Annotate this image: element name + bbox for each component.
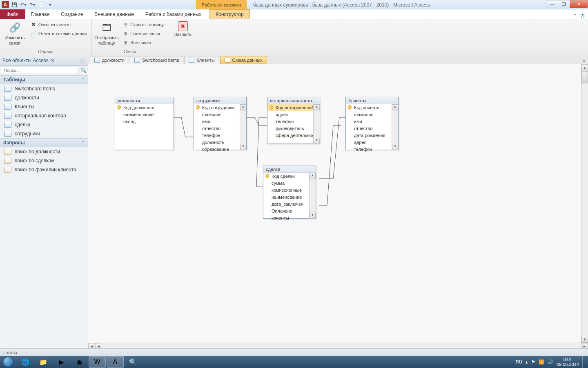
rel-field-pk[interactable]: Код сделки xyxy=(263,173,309,180)
rel-field-pk[interactable]: Код сотрудника xyxy=(194,104,240,111)
access-app-icon[interactable]: A xyxy=(2,1,9,8)
tray-clock[interactable]: 8:01 09.06.2014 xyxy=(557,357,579,367)
nav-query-item[interactable]: поиск по фамилии клиента xyxy=(0,165,88,174)
rel-field[interactable]: адрес xyxy=(267,111,313,118)
scroll-down-icon[interactable]: ▼ xyxy=(310,213,316,219)
nav-table-item[interactable]: сделки xyxy=(0,120,88,129)
rel-field[interactable]: фамилия xyxy=(194,111,240,118)
rel-table-scrollbar[interactable]: ▲▼ xyxy=(309,173,316,219)
doc-tab[interactable]: Switchboard Items xyxy=(130,56,183,64)
scroll-thumb[interactable] xyxy=(240,110,246,144)
taskbar-chrome-icon[interactable]: ◉ xyxy=(71,356,88,368)
minimize-button[interactable]: — xyxy=(546,0,558,8)
rel-field[interactable]: образование xyxy=(194,146,240,153)
tab-home[interactable]: Главная xyxy=(25,9,56,19)
scroll-up-icon[interactable]: ▲ xyxy=(314,104,320,110)
nav-pane-dropdown-icon[interactable]: ⊙ xyxy=(50,58,54,63)
tray-network-icon[interactable]: 📶 xyxy=(539,359,544,365)
all-relationships-button[interactable]: ⊞Все связи xyxy=(120,38,165,47)
rel-field[interactable]: наименование xyxy=(263,194,309,201)
rel-field[interactable]: телефон xyxy=(346,146,392,153)
direct-relationships-button[interactable]: ⊞Прямые связи xyxy=(120,29,165,38)
taskbar-word-icon[interactable]: W xyxy=(89,356,106,368)
rel-field-pk-selected[interactable]: Код нотариальной xyxy=(267,104,313,111)
doc-tab-active[interactable]: Схема данных xyxy=(220,56,267,64)
nav-table-item[interactable]: сотрудники xyxy=(0,129,88,138)
tab-create[interactable]: Создание xyxy=(55,9,89,19)
show-desktop-button[interactable] xyxy=(582,356,586,368)
rel-table-scrollbar[interactable]: ▲▼ xyxy=(313,104,320,144)
help-icon[interactable]: ?⃝ xyxy=(580,13,585,19)
rel-field[interactable]: отчество xyxy=(346,125,392,132)
scroll-thumb[interactable] xyxy=(314,110,320,138)
scroll-thumb[interactable] xyxy=(310,179,316,213)
nav-table-item[interactable]: Switchboard Items xyxy=(0,84,88,93)
nav-table-item[interactable]: нотариальная контора xyxy=(0,111,88,120)
rel-field-pk[interactable]: Код должности xyxy=(115,104,174,111)
nav-group-tables[interactable]: Таблицы⌃ xyxy=(0,75,88,84)
relationships-canvas[interactable]: должности Код должности наименование окл… xyxy=(88,64,588,350)
rel-table-klienty[interactable]: Клиенты Код клиента фамилия имя отчество… xyxy=(345,97,399,150)
nav-table-item[interactable]: Клиенты xyxy=(0,102,88,111)
nav-query-item[interactable]: поиск по должности xyxy=(0,147,88,156)
tab-external-data[interactable]: Внешние данные xyxy=(89,9,140,19)
scroll-down-icon[interactable]: ▼ xyxy=(240,144,246,150)
taskbar-ie-icon[interactable]: 🌐 xyxy=(17,356,34,368)
rel-table-scrollbar[interactable]: ▲▼ xyxy=(392,104,398,150)
rel-field[interactable]: клиенты xyxy=(263,215,309,222)
scroll-thumb[interactable] xyxy=(392,110,398,144)
redo-icon[interactable]: ↷▾ xyxy=(29,1,36,8)
rel-field[interactable]: оклад xyxy=(115,118,174,125)
nav-query-item[interactable]: поиск по сделкам xyxy=(0,156,88,165)
nav-table-item[interactable]: должности xyxy=(0,93,88,102)
tab-design[interactable]: Конструктор xyxy=(209,9,249,19)
rel-table-sotrudniki[interactable]: сотрудники Код сотрудника фамилия имя от… xyxy=(194,97,247,150)
rel-table-notar[interactable]: нотариальная конто... Код нотариальной а… xyxy=(267,97,320,144)
rel-field[interactable]: имя xyxy=(346,118,392,125)
ribbon-collapse-icon[interactable]: ⌃ xyxy=(573,13,577,19)
rel-field[interactable]: комиссионные xyxy=(263,187,309,194)
rel-field[interactable]: дата_заключен xyxy=(263,201,309,208)
scroll-up-icon[interactable]: ▲ xyxy=(240,104,246,110)
taskbar-media-icon[interactable]: ▶ xyxy=(53,356,70,368)
tray-volume-icon[interactable]: 🔊 xyxy=(548,359,553,365)
rel-table-title[interactable]: нотариальная конто... xyxy=(267,97,320,104)
rel-field[interactable]: сфера деятельнос xyxy=(267,132,313,139)
edit-relationships-button[interactable]: 🔗 Изменить связи xyxy=(2,20,27,47)
rel-table-title[interactable]: Клиенты xyxy=(346,97,398,104)
taskbar-access-icon[interactable]: A xyxy=(107,356,124,368)
tray-lang[interactable]: RU xyxy=(516,359,522,364)
hide-table-button[interactable]: ⊟Скрыть таблицу xyxy=(120,20,165,29)
doc-tab[interactable]: Клиенты xyxy=(184,56,219,64)
relationship-report-button[interactable]: 📄Отчет по схеме данных xyxy=(29,29,89,38)
maximize-button[interactable]: ❐ xyxy=(558,0,570,8)
clear-layout-button[interactable]: ✖Очистить макет xyxy=(29,20,89,29)
scroll-up-icon[interactable]: ▲ xyxy=(581,64,588,71)
rel-table-dolzhnosti[interactable]: должности Код должности наименование окл… xyxy=(115,97,174,150)
rel-field[interactable]: должность xyxy=(194,139,240,146)
scroll-up-icon[interactable]: ▲ xyxy=(392,104,398,110)
start-button[interactable] xyxy=(0,356,16,368)
tray-show-hidden-icon[interactable]: ▴ xyxy=(526,359,528,365)
rel-field[interactable]: телефон xyxy=(194,132,240,139)
tab-database-tools[interactable]: Работа с базами данных xyxy=(140,9,207,19)
file-tab[interactable]: Файл xyxy=(0,9,25,19)
undo-icon[interactable]: ↶▾ xyxy=(20,1,27,8)
nav-pane-collapse-icon[interactable]: « xyxy=(80,58,85,63)
qat-more-icon[interactable]: 📄 xyxy=(38,1,45,8)
scroll-down-icon[interactable]: ▼ xyxy=(581,336,588,343)
nav-search-input[interactable] xyxy=(1,67,78,74)
close-button[interactable]: ✕ xyxy=(570,0,588,8)
nav-group-queries[interactable]: Запросы⌃ xyxy=(0,138,88,147)
scroll-down-icon[interactable]: ▼ xyxy=(392,144,398,150)
rel-field[interactable]: дата рождения xyxy=(346,132,392,139)
rel-field[interactable]: наименование xyxy=(115,111,174,118)
close-relationships-button[interactable]: ✖ Закрыть xyxy=(171,20,195,38)
rel-table-scrollbar[interactable]: ▲▼ xyxy=(240,104,246,150)
rel-table-title[interactable]: сотрудники xyxy=(194,97,246,104)
nav-pane-header[interactable]: Все объекты Access ⊙ « xyxy=(0,55,88,66)
scroll-up-icon[interactable]: ▲ xyxy=(310,173,316,179)
doc-tab[interactable]: должности xyxy=(90,56,129,64)
taskbar-magnifier-icon[interactable]: 🔍 xyxy=(125,356,142,368)
rel-field[interactable]: имя xyxy=(194,118,240,125)
